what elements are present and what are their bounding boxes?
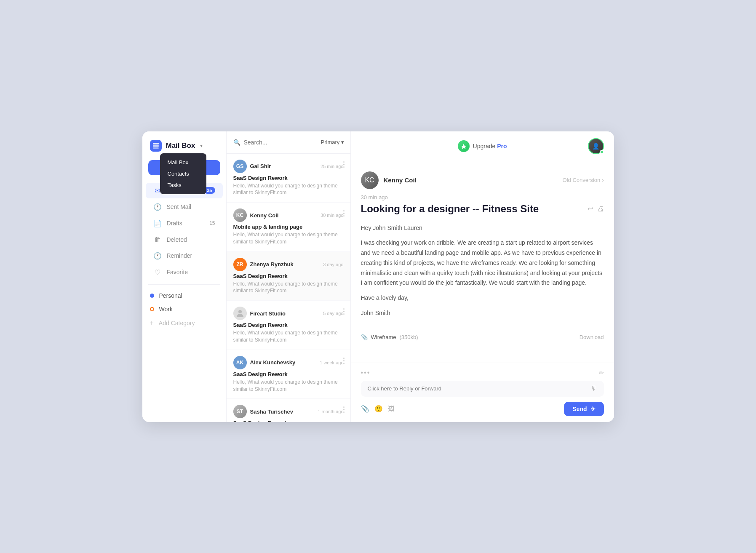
app-container: Mail Box ▾ Mail Box Contacts Tasks ✏ Com…	[142, 131, 614, 422]
avatar	[233, 307, 247, 320]
attachment-size: (350kb)	[399, 334, 418, 340]
mail-item[interactable]: KC Kenny Coil 30 min ago Mobile app & la…	[227, 203, 350, 252]
primary-filter-dropdown[interactable]: Primary ▾	[321, 139, 345, 145]
old-conversation-link[interactable]: Old Conversion ›	[563, 177, 604, 183]
upgrade-section: Upgrade Pro	[458, 140, 507, 152]
mail-item-top: KC Kenny Coil 30 min ago	[233, 208, 344, 222]
svg-rect-0	[153, 143, 159, 144]
mail-preview: Hello, What would you charge to design t…	[233, 182, 344, 197]
mail-subject: SaaS Design Rework	[233, 322, 344, 328]
avatar: AK	[233, 356, 247, 369]
mail-time: 30 min ago	[321, 213, 343, 218]
emoji-button[interactable]: 🙂	[374, 405, 383, 413]
dropdown-item-tasks[interactable]: Tasks	[160, 179, 206, 191]
app-logo-icon	[150, 140, 162, 152]
mail-subject: SaaS Design Rework	[233, 273, 344, 279]
reply-input-row: 🎙	[361, 381, 604, 397]
sender-name: Fireart Studio	[250, 310, 286, 317]
sidebar: Mail Box ▾ Mail Box Contacts Tasks ✏ Com…	[142, 131, 227, 422]
mail-item-menu[interactable]	[343, 210, 345, 216]
reply-button[interactable]: ↩	[588, 205, 593, 213]
mail-list-header: 🔍 Primary ▾	[227, 131, 350, 154]
reply-input[interactable]	[368, 385, 590, 392]
mail-item-top: ST Sasha Turischev 1 month ago	[233, 405, 344, 418]
mail-item[interactable]: Fireart Studio 5 day ago SaaS Design Rew…	[227, 301, 350, 350]
mail-subject: SaaS Design Rework	[233, 175, 344, 181]
email-body-paragraph-1: I was checking your work on dribble. We …	[361, 238, 604, 288]
mail-item-top: GS Gal Shir 25 min ago	[233, 160, 344, 173]
avatar: ZR	[233, 258, 247, 271]
primary-filter-label: Primary	[321, 139, 340, 145]
image-button[interactable]: 🖼	[388, 405, 395, 413]
avatar: KC	[233, 208, 247, 222]
email-timestamp: 30 min ago	[361, 194, 604, 200]
favorite-icon: ♡	[153, 268, 162, 276]
sender-name: Alex Kunchevsky	[250, 359, 296, 366]
user-avatar-wrapper[interactable]: 👤	[588, 138, 604, 154]
mail-list: 🔍 Primary ▾ GS Gal Shir 25 min ago SaaS …	[227, 131, 351, 422]
dots-icon: •••	[361, 369, 371, 377]
email-body: Hey John Smith Lauren I was checking you…	[361, 223, 604, 318]
download-button[interactable]: Download	[580, 334, 604, 340]
add-category-button[interactable]: + Add Category	[142, 316, 226, 330]
upgrade-label: Upgrade Pro	[473, 143, 507, 150]
sender-name: Kenny Coil	[250, 212, 279, 219]
app-title: Mail Box	[166, 142, 195, 150]
sidebar-item-reminder[interactable]: 🕐 Reminder	[146, 248, 223, 264]
mail-preview: Hello, What would you charge to design t…	[233, 281, 344, 295]
mail-time: 5 day ago	[323, 311, 343, 316]
drafts-badge: 15	[209, 220, 215, 226]
favorite-label: Favorite	[167, 269, 215, 275]
mail-item-menu[interactable]	[343, 161, 345, 168]
reminder-label: Reminder	[167, 252, 215, 259]
expand-icon[interactable]: ✏	[599, 369, 604, 376]
upgrade-pro-label: Pro	[497, 143, 507, 150]
deleted-label: Deleted	[167, 236, 215, 243]
avatar: ST	[233, 405, 247, 418]
dropdown-item-contacts[interactable]: Contacts	[160, 168, 206, 179]
mail-time: 25 min ago	[321, 164, 343, 169]
category-work[interactable]: Work	[142, 302, 226, 316]
sender-name: Zhenya Rynzhuk	[250, 261, 294, 267]
email-header: Upgrade Pro 👤	[351, 131, 614, 161]
search-icon: 🔍	[233, 139, 240, 146]
chevron-down-icon: ▾	[200, 143, 203, 149]
nav-section: ✉ Inbox 35 🕐 Sent Mail 📄 Drafts 15 🗑 Del…	[142, 183, 226, 414]
mail-item-menu[interactable]	[343, 308, 345, 315]
sidebar-item-sent[interactable]: 🕐 Sent Mail	[146, 199, 223, 215]
email-sender-row: KC Kenny Coil Old Conversion ›	[361, 171, 604, 189]
online-status-dot	[600, 150, 604, 154]
category-personal[interactable]: Personal	[142, 289, 226, 302]
mail-subject: SaaS Design Rework	[233, 371, 344, 377]
print-button[interactable]: 🖨	[597, 205, 604, 213]
mail-item[interactable]: ZR Zhenya Rynzhuk 3 day ago SaaS Design …	[227, 252, 350, 301]
search-input[interactable]	[244, 139, 318, 146]
mail-item[interactable]: ST Sasha Turischev 1 month ago SaaS Desi…	[227, 399, 350, 422]
svg-point-3	[238, 310, 242, 313]
email-actions: ↩ 🖨	[588, 205, 604, 213]
reply-top-bar: ••• ✏	[361, 369, 604, 377]
mail-items-list: GS Gal Shir 25 min ago SaaS Design Rewor…	[227, 154, 350, 422]
email-signature: John Smith	[361, 308, 604, 318]
upgrade-icon	[458, 140, 470, 152]
mic-icon: 🎙	[590, 385, 597, 393]
sidebar-item-favorite[interactable]: ♡ Favorite	[146, 264, 223, 280]
category-work-label: Work	[159, 306, 173, 313]
dropdown-item-mailbox[interactable]: Mail Box	[160, 157, 206, 168]
mail-preview: Hello, What would you charge to design t…	[233, 379, 344, 393]
mail-item-menu[interactable]	[343, 358, 345, 364]
reply-icons: 📎 🙂 🖼	[361, 405, 395, 413]
mail-item-menu[interactable]	[343, 406, 345, 413]
attach-file-button[interactable]: 📎	[361, 405, 369, 413]
mail-time: 1 week ago	[320, 360, 343, 365]
chevron-right-icon: ›	[602, 177, 604, 183]
sidebar-item-deleted[interactable]: 🗑 Deleted	[146, 232, 223, 247]
mail-time: 1 month ago	[318, 409, 343, 414]
mail-item[interactable]: AK Alex Kunchevsky 1 week ago SaaS Desig…	[227, 350, 350, 399]
send-button[interactable]: Send ✈	[564, 402, 604, 416]
sidebar-item-drafts[interactable]: 📄 Drafts 15	[146, 216, 223, 231]
mail-preview: Hello, What would you charge to design t…	[233, 231, 344, 246]
svg-rect-2	[153, 147, 159, 149]
mail-item[interactable]: GS Gal Shir 25 min ago SaaS Design Rewor…	[227, 154, 350, 203]
mail-item-top: AK Alex Kunchevsky 1 week ago	[233, 356, 344, 369]
